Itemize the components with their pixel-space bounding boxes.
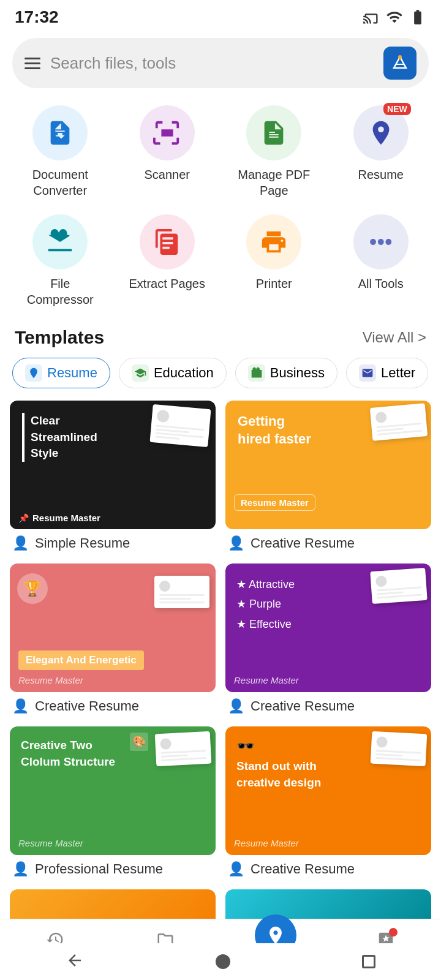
cast-icon: [363, 9, 380, 26]
svg-point-0: [388, 51, 412, 75]
tool-extract-pages[interactable]: Extract Pages: [117, 209, 218, 312]
menu-icon[interactable]: [24, 58, 40, 69]
template-creative-resume-3-name: 👤 Creative Resume: [225, 692, 431, 717]
search-bar[interactable]: Search files, tools: [12, 38, 429, 88]
tool-printer-label: Printer: [256, 276, 292, 292]
status-bar: 17:32: [0, 0, 441, 33]
tabs-row: Resume Education Business: [0, 358, 441, 401]
discover-icon: [265, 925, 286, 946]
templates-header: Templates View All >: [0, 325, 441, 358]
status-time: 17:32: [15, 7, 59, 27]
tool-all-tools-label: All Tools: [358, 276, 404, 292]
wifi-icon: [386, 9, 403, 26]
tool-doc-converter[interactable]: DocumentConverter: [10, 100, 111, 203]
view-all-link[interactable]: View All >: [363, 329, 426, 346]
back-button[interactable]: [66, 951, 84, 972]
file-compressor-icon: [46, 228, 74, 256]
template-simple-resume-name: 👤 Simple Resume: [10, 529, 216, 554]
template-creative-resume-1[interactable]: Gettinghired faster Resume Master 👤 Crea…: [225, 401, 431, 554]
templates-title: Templates: [15, 327, 104, 348]
tools-grid: DocumentConverter Scanner Manage PDFPage: [0, 100, 441, 325]
wps-pro-badge: [389, 928, 398, 937]
tab-resume[interactable]: Resume: [12, 358, 110, 388]
person-icon-3: 👤: [12, 698, 29, 714]
tool-extract-pages-label: Extract Pages: [129, 276, 205, 292]
scanner-icon: [153, 119, 181, 147]
tool-file-compressor-label: FileCompressor: [27, 276, 94, 307]
tool-manage-pdf[interactable]: Manage PDFPage: [224, 100, 325, 203]
tab-letter[interactable]: Letter: [346, 358, 428, 388]
recent-apps-button[interactable]: [362, 955, 375, 968]
person-icon-4: 👤: [228, 698, 244, 714]
template-professional-resume-name: 👤 Professional Resume: [10, 855, 216, 880]
person-icon-2: 👤: [228, 535, 244, 551]
tool-file-compressor[interactable]: FileCompressor: [10, 209, 111, 312]
template-simple-resume[interactable]: ClearStreamlinedStyle 📌 Resume Master 👤: [10, 401, 216, 554]
app-logo[interactable]: [383, 47, 417, 80]
tab-letter-icon: [361, 367, 374, 379]
templates-grid: ClearStreamlinedStyle 📌 Resume Master 👤: [0, 401, 441, 954]
template-creative-resume-4[interactable]: 🕶️ Stand out withcreative design Resume …: [225, 726, 431, 880]
all-tools-dots: •••: [369, 229, 393, 255]
tab-education[interactable]: Education: [119, 358, 227, 388]
template-creative-resume-3[interactable]: ★ Attractive★ Purple★ Effective Resume M…: [225, 564, 431, 717]
tool-all-tools[interactable]: ••• All Tools: [331, 209, 432, 312]
tool-manage-pdf-label: Manage PDFPage: [238, 167, 310, 198]
status-icons: [363, 9, 426, 26]
person-icon: 👤: [12, 535, 29, 551]
app-logo-icon: [388, 51, 412, 75]
tool-doc-converter-label: DocumentConverter: [32, 167, 88, 198]
template-creative-resume-2-name: 👤 Creative Resume: [10, 692, 216, 717]
resume-icon: [367, 119, 395, 147]
tab-education-icon: [134, 367, 146, 379]
manage-pdf-icon: [260, 119, 288, 147]
tab-education-label: Education: [154, 365, 214, 381]
template-creative-resume-2[interactable]: 🏆 Elegant And Energetic Resume Master 👤 …: [10, 564, 216, 717]
template-creative-resume-4-name: 👤 Creative Resume: [225, 855, 431, 880]
tool-scanner-label: Scanner: [145, 167, 190, 183]
svg-point-1: [398, 55, 402, 59]
home-icon: [216, 954, 230, 969]
tool-resume-label: Resume: [358, 167, 404, 183]
home-button[interactable]: [216, 954, 230, 969]
tool-printer[interactable]: Printer: [224, 209, 325, 312]
person-icon-5: 👤: [12, 861, 29, 877]
tab-business-label: Business: [270, 365, 325, 381]
back-icon: [66, 951, 84, 970]
printer-icon: [260, 228, 288, 256]
doc-converter-icon: [46, 119, 74, 147]
recent-apps-icon: [362, 955, 375, 968]
tool-resume[interactable]: NEW Resume: [331, 100, 432, 203]
person-icon-6: 👤: [228, 861, 244, 877]
search-placeholder[interactable]: Search files, tools: [50, 54, 374, 73]
tab-business-icon: [251, 367, 263, 379]
system-nav: [0, 943, 441, 980]
template-professional-resume[interactable]: Creative TwoClolum Structure Resume Mast…: [10, 726, 216, 880]
new-badge: NEW: [383, 103, 411, 115]
extract-pages-icon: [153, 228, 181, 256]
tab-business[interactable]: Business: [235, 358, 337, 388]
tab-letter-label: Letter: [381, 365, 415, 381]
template-creative-resume-1-name: 👤 Creative Resume: [225, 529, 431, 554]
battery-icon: [409, 9, 426, 26]
tool-scanner[interactable]: Scanner: [117, 100, 218, 203]
tab-resume-icon: [28, 367, 40, 379]
tab-resume-label: Resume: [47, 365, 97, 381]
